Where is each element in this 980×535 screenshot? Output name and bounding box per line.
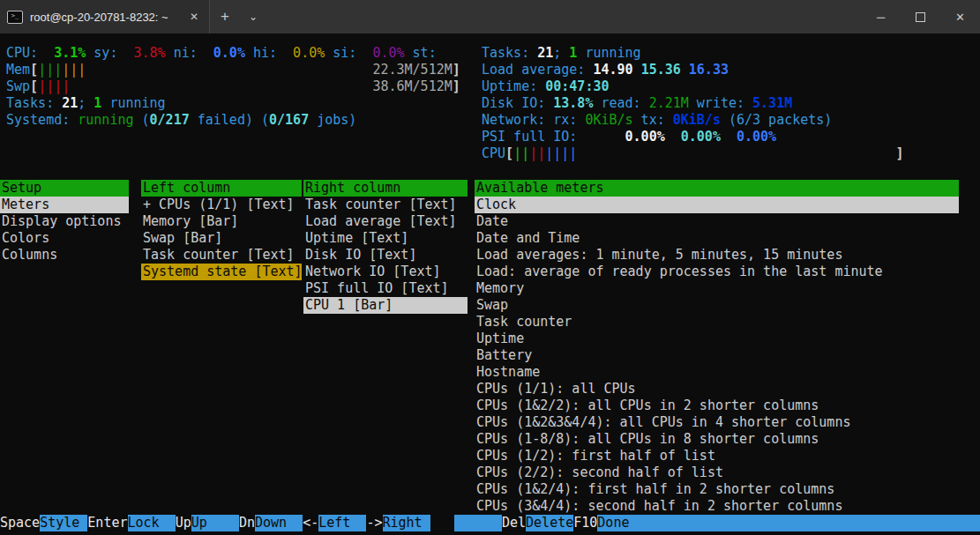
list-item[interactable]: Meters [0,197,129,213]
list-item[interactable]: CPUs (1&2/4): first half in 2 shorter co… [475,481,959,498]
list-item[interactable]: CPUs (1/1): all CPUs [475,381,959,398]
text-segment: jobs) [309,112,356,128]
disk-io-meter: Disk IO: 13.8% read: 2.21M write: 5.31M [482,95,792,112]
text-segment: 5.31M [752,95,792,111]
list-item[interactable]: CPU 1 [Bar] [303,297,468,314]
tasks-meter: Tasks: 21; 1 running [6,95,166,112]
list-item[interactable]: CPUs (3&4/4): second half in 2 shorter c… [475,498,959,515]
terminal-tab[interactable]: >_ root@cp-20-20781-8232: ~ ✕ [0,0,210,33]
text-segment: 0.00% [681,129,721,145]
list-item[interactable]: Display options [0,213,129,230]
fnkey--[interactable]: <-Left [303,515,366,531]
list-item[interactable]: Task counter [Text] [141,247,302,264]
fnkey-action-label: Delete [526,515,573,531]
list-item[interactable]: CPUs (1-8/8): all CPUs in 8 shorter colu… [475,431,959,448]
fnkey-label: Up [176,515,191,531]
fnkey-blank[interactable] [430,515,502,531]
text-segment: 0/167 [269,112,309,128]
text-segment: 16.33 [689,62,729,78]
close-button[interactable]: ✕ [940,0,980,33]
list-item[interactable]: Clock [475,197,959,213]
text-segment: || [529,145,545,161]
list-item[interactable]: Swap [475,297,959,314]
list-item[interactable]: Memory [Bar] [141,213,302,230]
text-segment: tx: [633,112,673,128]
setup-menu-header: Setup [0,180,129,197]
tab-close-icon[interactable]: ✕ [186,9,202,25]
tab-title: root@cp-20-20781-8232: ~ [30,11,179,24]
list-item[interactable]: PSI full IO [Text] [303,280,468,297]
list-item[interactable]: + CPUs (1/1) [Text] [141,197,302,213]
list-item[interactable]: Swap [Bar] [141,230,302,247]
available-meters-header: Available meters [475,180,959,197]
list-item[interactable]: Memory [475,280,959,297]
text-segment: 0/217 [150,112,190,128]
text-segment: ] [453,78,460,94]
list-item[interactable]: Columns [0,247,129,264]
list-item[interactable]: Disk IO [Text] [303,247,468,264]
list-item[interactable]: Uptime [Text] [303,230,468,247]
text-segment: 21 [537,45,553,61]
cpu-bar-meter: CPU[|||||||| ] [482,145,904,162]
network-io-meter: Network: rx: 0KiB/s tx: 0KiB/s (6/3 pack… [482,112,832,129]
fnkey-f10[interactable]: F10Done [573,515,645,531]
list-item[interactable]: Systemd state [Text] [141,264,302,280]
text-segment: 0.0% [364,45,404,61]
list-item[interactable]: Battery [475,347,959,364]
fnkey-space[interactable]: SpaceStyle [0,515,87,531]
fnkey-enter[interactable]: EnterLock [87,515,175,531]
fnkey--[interactable]: ->Right [366,515,430,531]
list-item[interactable]: Task counter [475,314,959,331]
maximize-button[interactable] [901,0,940,33]
text-segment: ; [78,95,94,111]
setup-menu-panel: SetupMetersDisplay optionsColorsColumns [0,180,129,264]
titlebar-drag-area[interactable] [266,0,861,33]
list-item[interactable]: Uptime [475,331,959,347]
list-item[interactable]: CPUs (2/2): second half of list [475,464,959,481]
fnkey-label [430,515,454,531]
list-item[interactable]: Date [475,213,959,230]
text-segment: 0.00% [625,129,665,145]
text-segment [681,62,689,78]
text-segment: ] [453,62,460,78]
list-item[interactable]: CPUs (1/2): first half of list [475,448,959,464]
text-segment [665,129,681,145]
list-item[interactable]: Load average [Text] [303,213,468,230]
cpu-text-meter: CPU: 3.1% sy: 3.8% ni: 0.0% hi: 0.0% si:… [6,45,437,62]
fnkey-action-label: Left [318,515,366,531]
tab-dropdown-icon[interactable]: ⌄ [240,0,266,33]
text-segment: Systemd: [6,112,78,128]
text-segment: 22.3M/512M [372,62,452,78]
tasks-meter: Tasks: 21; 1 running [482,45,641,62]
fnkey-del[interactable]: DelDelete [502,515,573,531]
fnkey-label: Dn [239,515,255,531]
minimize-button[interactable]: ─ [861,0,901,33]
text-segment: ||| [38,62,62,78]
text-segment: Tasks: [6,95,62,111]
text-segment: Uptime: [482,78,545,94]
fnkey-dn[interactable]: DnDown [239,515,303,531]
text-segment: 13.8% [553,95,593,111]
fnkey-up[interactable]: UpUp [176,515,239,531]
list-item[interactable]: CPUs (1&2/2): all CPUs in 2 shorter colu… [475,398,959,414]
text-segment: sy: [86,45,125,61]
left-column-header: Left column [141,180,302,197]
list-item[interactable]: Hostname [475,364,959,381]
list-item[interactable]: Task counter [Text] [303,197,468,213]
list-item[interactable]: Date and Time [475,230,959,247]
list-item[interactable]: Colors [0,230,129,247]
text-segment: running [577,45,640,61]
text-segment: [ [505,145,513,161]
text-segment: || [513,145,529,161]
list-item[interactable]: Load averages: 1 minute, 5 minutes, 15 m… [475,247,959,264]
list-item[interactable]: Load: average of ready processes in the … [475,264,959,280]
list-item[interactable]: CPUs (1&2&3&4/4): all CPUs in 4 shorter … [475,414,959,431]
new-tab-button[interactable]: + [210,0,240,33]
text-segment [577,145,895,161]
text-segment: (6/3 packets) [721,112,832,128]
list-item[interactable]: Network IO [Text] [303,264,468,280]
text-segment: 38.6M/512M [372,78,452,94]
right-column-header: Right column [303,180,468,197]
text-segment: 3.1% [38,45,86,61]
text-segment: PSI full IO: [482,129,625,145]
